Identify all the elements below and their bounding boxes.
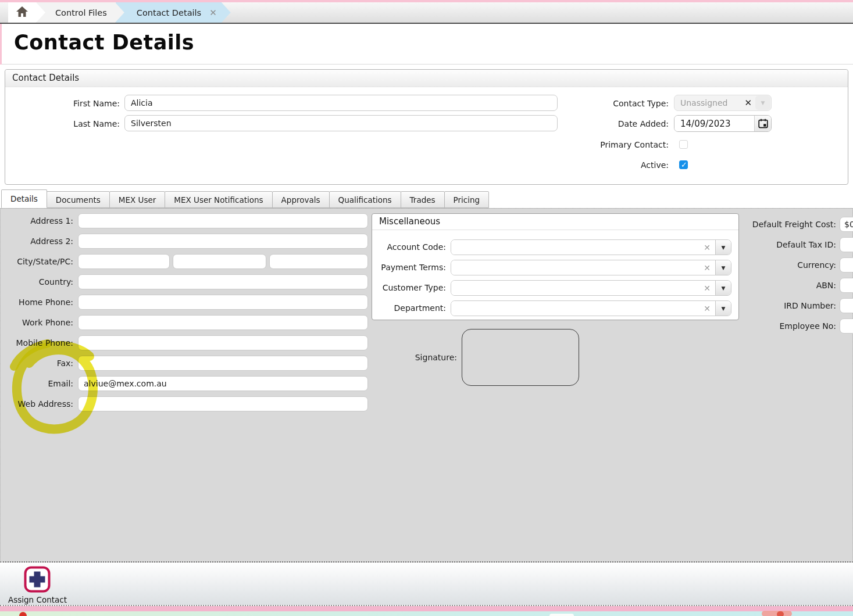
city-state-pc-label: City/State/PC:	[1, 254, 73, 269]
date-added-label: Date Added:	[558, 116, 669, 132]
tab-documents[interactable]: Documents	[47, 191, 110, 208]
clear-icon[interactable]: ✕	[699, 263, 715, 273]
bottom-toolbar: Assign Contact	[0, 563, 853, 606]
department-label: Department:	[372, 300, 446, 316]
desktop-white-chip	[549, 614, 574, 616]
tab-pricing[interactable]: Pricing	[444, 191, 490, 208]
address2-input[interactable]	[78, 234, 368, 249]
tab-mex-user-notifications[interactable]: MEX User Notifications	[165, 191, 272, 208]
frame-bottom-strip	[0, 606, 853, 611]
account-code-label: Account Code:	[372, 239, 446, 255]
city-input[interactable]	[78, 254, 170, 269]
date-added-control	[674, 115, 772, 132]
payment-terms-label: Payment Terms:	[372, 260, 446, 275]
address1-label: Address 1:	[1, 213, 73, 228]
ird-number-label: IRD Number:	[743, 298, 836, 313]
payment-terms-combo: ✕ ▼	[451, 260, 731, 275]
chevron-down-icon[interactable]: ▼	[715, 281, 731, 295]
postcode-input[interactable]	[269, 254, 368, 269]
default-tax-id-input[interactable]	[840, 237, 853, 252]
employee-no-input[interactable]	[840, 318, 853, 334]
web-address-input[interactable]	[78, 396, 368, 411]
work-phone-label: Work Phone:	[1, 315, 73, 330]
email-input[interactable]	[78, 376, 368, 391]
contact-type-label: Contact Type:	[558, 95, 669, 112]
currency-input[interactable]	[840, 257, 853, 273]
payment-terms-input[interactable]	[451, 260, 699, 275]
fax-input[interactable]	[78, 356, 368, 371]
contact-type-combo[interactable]: Unassigned ✕ ▼	[674, 95, 772, 111]
chevron-down-icon: ▼	[755, 96, 770, 110]
page-title: Contact Details	[14, 31, 194, 54]
active-checkbox[interactable]	[679, 160, 688, 169]
email-label: Email:	[1, 376, 73, 391]
breadcrumb-control-files[interactable]: Control Files	[37, 2, 124, 23]
clear-icon[interactable]: ✕	[699, 243, 715, 252]
groupbox-body: First Name: Last Name: Contact Type: Una…	[5, 87, 848, 185]
department-input[interactable]	[451, 301, 699, 316]
app-window: Control Files Contact Details ✕ Contact …	[0, 0, 853, 616]
web-address-label: Web Address:	[1, 396, 73, 411]
breadcrumb-contact-details[interactable]: Contact Details ✕	[116, 2, 231, 23]
desktop-red-dot	[19, 612, 27, 616]
fax-label: Fax:	[1, 356, 73, 371]
first-name-input[interactable]	[124, 95, 558, 111]
clear-icon[interactable]: ✕	[699, 284, 715, 293]
mobile-phone-label: Mobile Phone:	[1, 335, 73, 350]
default-tax-id-label: Default Tax ID:	[743, 237, 836, 252]
contact-details-groupbox: Contact Details First Name: Last Name: C…	[5, 69, 848, 185]
miscellaneous-title: Miscellaneous	[372, 214, 738, 230]
assign-contact-button[interactable]: Assign Contact	[5, 565, 69, 603]
first-name-label: First Name:	[11, 95, 120, 112]
customer-type-label: Customer Type:	[372, 280, 446, 296]
title-bar: Contact Details	[0, 24, 853, 65]
mobile-phone-input[interactable]	[78, 335, 368, 350]
home-icon	[15, 5, 29, 20]
home-phone-label: Home Phone:	[1, 295, 73, 310]
last-name-input[interactable]	[124, 115, 558, 131]
frame-left-sliver	[0, 24, 2, 65]
chevron-down-icon[interactable]: ▼	[715, 240, 731, 255]
tab-mex-user[interactable]: MEX User	[109, 191, 166, 208]
tab-details[interactable]: Details	[1, 189, 47, 208]
account-code-input[interactable]	[451, 240, 699, 255]
clear-icon[interactable]: ✕	[741, 98, 755, 108]
abn-input[interactable]	[840, 278, 853, 293]
detail-tabs: Details Documents MEX User MEX User Noti…	[0, 189, 853, 208]
breadcrumb-label: Control Files	[55, 8, 107, 17]
active-label: Active:	[558, 157, 669, 173]
account-code-combo: ✕ ▼	[451, 239, 731, 255]
assign-contact-label: Assign Contact	[8, 595, 72, 604]
close-icon[interactable]: ✕	[209, 8, 217, 18]
clear-icon[interactable]: ✕	[699, 304, 715, 313]
employee-no-label: Employee No:	[743, 318, 836, 334]
ird-number-input[interactable]	[840, 298, 853, 313]
signature-label: Signature:	[373, 353, 457, 362]
contact-type-value: Unassigned	[674, 98, 741, 108]
signature-box[interactable]	[462, 329, 579, 386]
desktop-strip	[0, 611, 853, 616]
default-freight-cost-input[interactable]	[840, 217, 853, 232]
home-phone-input[interactable]	[78, 295, 368, 310]
primary-contact-checkbox[interactable]	[679, 140, 688, 149]
address2-label: Address 2:	[1, 234, 73, 249]
default-freight-cost-label: Default Freight Cost:	[743, 217, 836, 232]
details-tab-panel: Address 1: Address 2: City/State/PC: Cou…	[0, 208, 853, 563]
country-input[interactable]	[78, 274, 368, 289]
state-input[interactable]	[173, 254, 266, 269]
tab-approvals[interactable]: Approvals	[272, 191, 330, 208]
calendar-icon[interactable]	[754, 116, 771, 131]
currency-label: Currency:	[743, 257, 836, 273]
add-contact-icon	[24, 566, 51, 595]
department-combo: ✕ ▼	[451, 300, 731, 316]
work-phone-input[interactable]	[78, 315, 368, 330]
tab-qualifications[interactable]: Qualifications	[329, 191, 401, 208]
tab-trades[interactable]: Trades	[401, 191, 445, 208]
customer-type-input[interactable]	[451, 281, 699, 295]
groupbox-legend: Contact Details	[5, 70, 848, 87]
address1-input[interactable]	[78, 213, 368, 228]
date-added-input[interactable]	[674, 116, 754, 131]
chevron-down-icon[interactable]: ▼	[715, 260, 731, 275]
miscellaneous-panel: Miscellaneous Account Code: ✕ ▼ Payment …	[372, 213, 739, 320]
chevron-down-icon[interactable]: ▼	[715, 301, 731, 316]
